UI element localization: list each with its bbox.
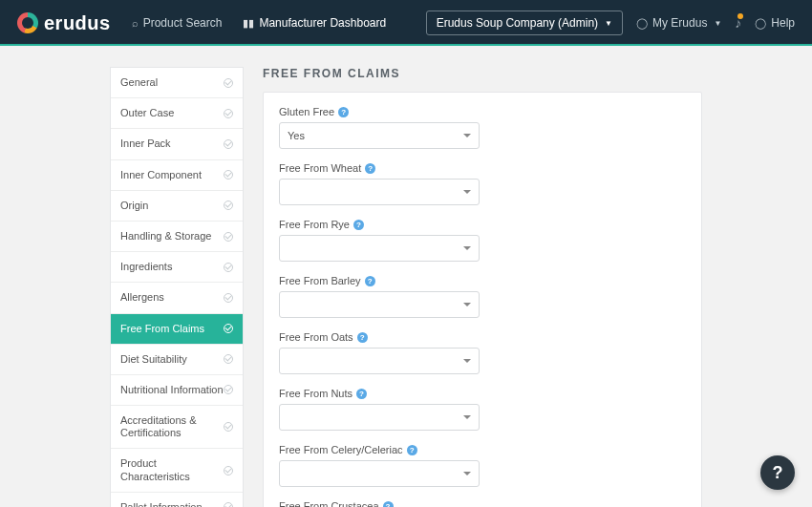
sidebar-item[interactable]: Allergens <box>111 283 243 313</box>
help-tooltip-icon[interactable]: ? <box>407 445 417 455</box>
select-dropdown[interactable] <box>279 235 480 262</box>
field-label-text: Free From Wheat <box>279 162 361 174</box>
company-switcher-button[interactable]: Erudus Soup Company (Admin) ▼ <box>426 11 623 35</box>
main-content: FREE FROM CLAIMS Gluten Free?YesFree Fro… <box>263 67 702 507</box>
form-field: Free From Crustacea? <box>279 500 480 507</box>
help-tooltip-icon[interactable]: ? <box>338 107 349 117</box>
form-field: Free From Wheat? <box>279 162 480 205</box>
check-circle-icon <box>224 466 233 475</box>
select-dropdown[interactable] <box>279 348 480 374</box>
notifications-button[interactable]: ♪ <box>735 15 741 31</box>
nav-right: Erudus Soup Company (Admin) ▼ ◯ My Erudu… <box>426 11 795 35</box>
sidebar-item-label: Inner Pack <box>120 137 171 150</box>
sidebar-item[interactable]: Product Characteristics <box>111 449 243 492</box>
field-label-text: Free From Rye <box>279 219 350 230</box>
field-label: Free From Crustacea? <box>279 500 480 507</box>
caret-down-icon: ▼ <box>605 19 612 28</box>
sidebar-item[interactable]: Ingredients <box>111 252 243 283</box>
form-field: Free From Rye? <box>279 219 480 262</box>
check-circle-icon <box>224 201 233 210</box>
sidebar-item[interactable]: Pallet Information <box>111 493 243 507</box>
help-tooltip-icon[interactable]: ? <box>356 389 367 399</box>
sidebar: GeneralOuter CaseInner PackInner Compone… <box>110 67 244 507</box>
help-link[interactable]: ◯ Help <box>755 16 795 30</box>
sidebar-item-label: Pallet Information <box>120 501 203 507</box>
check-circle-icon <box>224 109 233 118</box>
nav-dashboard-label: Manufacturer Dashboard <box>259 16 386 30</box>
nav-product-search[interactable]: ⌕ Product Search <box>132 16 223 30</box>
sidebar-item-label: Origin <box>120 200 148 212</box>
field-label: Free From Nuts? <box>279 388 480 399</box>
check-circle-icon <box>224 502 233 507</box>
form-column-right: Free From Celery/Celeriac?Free From Crus… <box>279 444 480 507</box>
sidebar-item-label: Free From Claims <box>120 323 204 335</box>
field-label-text: Free From Barley <box>279 275 361 286</box>
field-label: Free From Rye? <box>279 219 480 230</box>
sidebar-item[interactable]: Nutritional Information <box>111 375 243 406</box>
select-dropdown[interactable] <box>279 291 480 318</box>
sidebar-item-label: Nutritional Information <box>120 384 224 396</box>
help-tooltip-icon[interactable]: ? <box>383 501 394 508</box>
form-column-left: Gluten Free?YesFree From Wheat?Free From… <box>279 106 480 444</box>
sidebar-item-label: Handling & Storage <box>120 230 211 243</box>
select-dropdown[interactable] <box>279 404 480 431</box>
field-label-text: Free From Nuts <box>279 388 353 399</box>
my-account-label: My Erudus <box>652 16 707 30</box>
select-dropdown[interactable]: Yes <box>279 122 480 149</box>
select-dropdown[interactable] <box>279 179 480 205</box>
sidebar-item[interactable]: General <box>111 68 243 98</box>
sidebar-item-label: Product Characteristics <box>120 457 224 482</box>
sidebar-item-label: Allergens <box>120 291 164 304</box>
help-tooltip-icon[interactable]: ? <box>365 276 375 286</box>
check-circle-icon <box>224 293 233 303</box>
sidebar-item-label: General <box>120 76 158 89</box>
logo-icon <box>17 12 38 33</box>
sidebar-item[interactable]: Inner Component <box>111 160 243 191</box>
check-circle-icon <box>224 422 233 432</box>
check-circle-icon <box>224 263 233 272</box>
select-dropdown[interactable] <box>279 460 480 487</box>
sidebar-item-label: Diet Suitability <box>120 353 187 366</box>
sidebar-item[interactable]: Inner Pack <box>111 129 243 159</box>
field-label: Free From Celery/Celeriac? <box>279 444 480 455</box>
brand-name: erudus <box>44 12 111 34</box>
check-circle-icon <box>224 354 233 364</box>
search-icon: ⌕ <box>132 17 139 29</box>
form-field: Gluten Free?Yes <box>279 106 480 149</box>
help-fab-button[interactable]: ? <box>760 455 795 490</box>
sidebar-item[interactable]: Handling & Storage <box>111 222 243 252</box>
field-label: Gluten Free? <box>279 106 480 117</box>
company-switcher-label: Erudus Soup Company (Admin) <box>437 16 598 30</box>
check-circle-icon <box>224 78 233 88</box>
form-grid: Gluten Free?YesFree From Wheat?Free From… <box>279 106 686 507</box>
sidebar-item-label: Inner Component <box>120 169 202 181</box>
field-label-text: Free From Oats <box>279 331 353 343</box>
sidebar-item-label: Accreditations & Certifications <box>120 414 224 439</box>
sidebar-item-label: Outer Case <box>120 107 174 119</box>
sidebar-item[interactable]: Origin <box>111 191 243 222</box>
help-tooltip-icon[interactable]: ? <box>365 163 375 174</box>
sidebar-item[interactable]: Free From Claims <box>111 314 243 345</box>
field-label: Free From Oats? <box>279 331 480 343</box>
help-tooltip-icon[interactable]: ? <box>353 220 364 230</box>
check-circle-icon <box>224 232 233 242</box>
my-account-menu[interactable]: ◯ My Erudus ▼ <box>636 16 721 30</box>
sidebar-item[interactable]: Outer Case <box>111 98 243 129</box>
sidebar-item-label: Ingredients <box>120 261 172 273</box>
nav-manufacturer-dashboard[interactable]: ▮▮ Manufacturer Dashboard <box>243 16 386 30</box>
nav-product-search-label: Product Search <box>143 16 223 30</box>
sidebar-item[interactable]: Diet Suitability <box>111 345 243 375</box>
page-container: GeneralOuter CaseInner PackInner Compone… <box>0 46 812 507</box>
help-tooltip-icon[interactable]: ? <box>357 332 368 343</box>
topbar: erudus ⌕ Product Search ▮▮ Manufacturer … <box>0 0 812 46</box>
help-label: Help <box>771 16 795 30</box>
logo[interactable]: erudus <box>17 12 111 34</box>
sidebar-item[interactable]: Accreditations & Certifications <box>111 406 243 449</box>
field-label-text: Free From Celery/Celeriac <box>279 444 403 455</box>
form-field: Free From Oats? <box>279 331 480 374</box>
form-field: Free From Nuts? <box>279 388 480 431</box>
help-circle-icon: ◯ <box>755 17 766 30</box>
user-icon: ◯ <box>636 17 648 30</box>
folder-icon: ▮▮ <box>243 17 254 30</box>
check-circle-icon <box>224 170 233 180</box>
